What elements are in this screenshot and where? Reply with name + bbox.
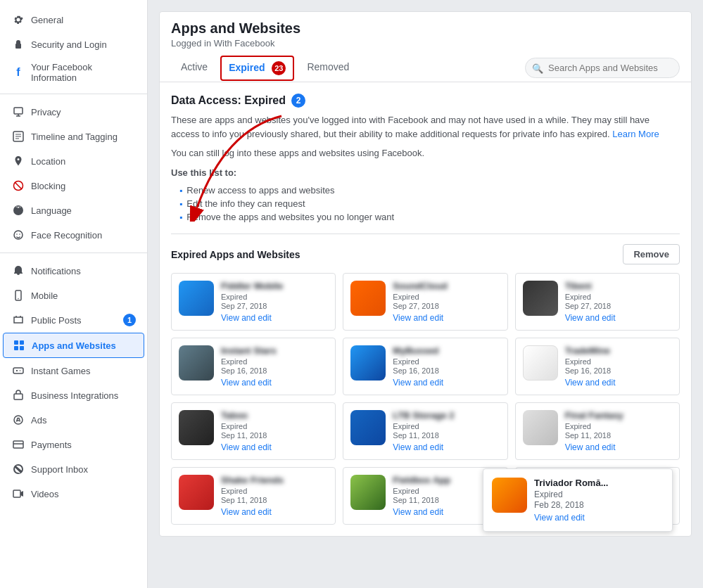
tab-expired[interactable]: Expired 23 xyxy=(220,56,294,81)
app-date-1: Sep 27, 2018 xyxy=(221,302,328,310)
search-input[interactable] xyxy=(525,58,680,78)
timeline-icon xyxy=(11,129,25,143)
sidebar-item-mobile[interactable]: Mobile xyxy=(3,283,144,307)
app-info-10: Shake Friends Expired Sep 11, 2018 View … xyxy=(221,475,328,517)
app-status-10: Expired xyxy=(221,487,328,495)
apps-icon xyxy=(12,338,26,352)
tabs-row: Active Expired 23 Removed 🔍 xyxy=(171,54,680,82)
tab-active[interactable]: Active xyxy=(171,54,217,82)
app-info-1: Fiddler Mobile Expired Sep 27, 2018 View… xyxy=(221,281,328,323)
app-action-4[interactable]: View and edit xyxy=(221,378,328,388)
app-name-1: Fiddler Mobile xyxy=(221,281,328,291)
app-icon-5 xyxy=(350,345,386,381)
sidebar-item-timeline[interactable]: Timeline and Tagging xyxy=(3,124,144,148)
popup-info: Triviador Romă... Expired Feb 28, 2018 V… xyxy=(534,478,608,523)
app-info-3: Tibeni Expired Sep 27, 2018 View and edi… xyxy=(565,281,672,323)
block-icon xyxy=(11,179,25,193)
data-access-title: Data Access: Expired 2 xyxy=(171,94,680,108)
sidebar-item-blocking[interactable]: Blocking xyxy=(3,174,144,198)
sidebar-item-timeline-label: Timeline and Tagging xyxy=(31,132,118,142)
app-name-10: Shake Friends xyxy=(221,475,328,485)
sidebar-item-general-label: General xyxy=(31,15,63,25)
sidebar-item-support[interactable]: Support Inbox xyxy=(3,457,144,481)
svg-rect-1 xyxy=(14,108,23,114)
sidebar-item-face[interactable]: Face Recognition xyxy=(3,223,144,247)
sidebar-item-games[interactable]: Instant Games xyxy=(3,359,144,383)
use-item-2: Edit the info they can request xyxy=(179,198,680,209)
app-date-5: Sep 16, 2018 xyxy=(393,366,500,375)
payments-icon xyxy=(11,437,25,452)
app-action-7[interactable]: View and edit xyxy=(221,442,328,452)
use-this-list-label: Use this list to: xyxy=(171,166,680,180)
sidebar-item-apps[interactable]: Apps and Websites xyxy=(3,333,144,358)
sidebar-item-business-label: Business Integrations xyxy=(31,390,118,401)
sidebar-item-videos[interactable]: Videos xyxy=(3,482,144,506)
popup-date: Feb 28, 2018 xyxy=(534,500,608,510)
sidebar-item-privacy[interactable]: Privacy xyxy=(3,100,144,124)
svg-rect-19 xyxy=(13,368,23,373)
app-item-9: Final Fantasy Expired Sep 11, 2018 View … xyxy=(515,402,680,460)
app-item-2: SoundCloud Expired Sep 27, 2018 View and… xyxy=(343,273,507,331)
gear-icon xyxy=(11,13,25,27)
app-action-8[interactable]: View and edit xyxy=(393,442,500,452)
app-action-1[interactable]: View and edit xyxy=(221,313,328,323)
app-icon-8 xyxy=(350,410,386,445)
popup-card: Triviador Romă... Expired Feb 28, 2018 V… xyxy=(483,468,673,532)
sidebar-item-location[interactable]: Location xyxy=(3,149,144,173)
app-info-9: Final Fantasy Expired Sep 11, 2018 View … xyxy=(565,410,672,452)
app-action-5[interactable]: View and edit xyxy=(393,378,500,388)
remove-button[interactable]: Remove xyxy=(623,244,680,264)
video-icon xyxy=(11,487,25,501)
sidebar-item-payments[interactable]: Payments xyxy=(3,433,144,456)
app-item-7: Taboo Expired Sep 11, 2018 View and edit xyxy=(171,402,336,460)
app-status-4: Expired xyxy=(221,357,328,366)
expired-apps-title: Expired Apps and Websites xyxy=(171,249,300,260)
page-title: Apps and Websites xyxy=(171,20,680,37)
sidebar-item-games-label: Instant Games xyxy=(31,366,91,376)
svg-line-9 xyxy=(15,182,22,189)
app-name-3: Tibeni xyxy=(565,281,672,291)
sidebar-item-language-label: Language xyxy=(31,205,72,216)
app-name-6: TradeMine xyxy=(565,345,672,356)
face-icon xyxy=(11,228,25,242)
tab-removed[interactable]: Removed xyxy=(297,54,359,82)
use-list: Renew access to apps and websites Edit t… xyxy=(179,185,680,222)
expired-badge: 23 xyxy=(272,61,286,75)
sidebar-item-notifications[interactable]: Notifications xyxy=(3,259,144,283)
use-item-1: Renew access to apps and websites xyxy=(179,185,680,196)
popup-action[interactable]: View and edit xyxy=(534,513,608,523)
app-action-2[interactable]: View and edit xyxy=(393,313,500,323)
content-body: Data Access: Expired 2 These are apps an… xyxy=(160,82,691,536)
app-info-6: TradeMine Expired Sep 16, 2018 View and … xyxy=(565,345,672,388)
app-date-7: Sep 11, 2018 xyxy=(221,431,328,440)
sidebar-item-support-label: Support Inbox xyxy=(31,464,88,475)
app-icon-10 xyxy=(179,475,214,510)
sidebar-item-language[interactable]: Language xyxy=(3,198,144,222)
svg-rect-23 xyxy=(14,394,23,400)
sidebar-item-general[interactable]: General xyxy=(3,8,144,32)
app-action-6[interactable]: View and edit xyxy=(565,378,672,388)
learn-more-link[interactable]: Learn More xyxy=(612,129,659,139)
app-action-9[interactable]: View and edit xyxy=(565,442,672,452)
app-action-3[interactable]: View and edit xyxy=(565,313,672,323)
app-status-7: Expired xyxy=(221,422,328,430)
sidebar-item-security[interactable]: Security and Login xyxy=(3,32,144,56)
app-icon-7 xyxy=(179,410,214,445)
sidebar-item-security-label: Security and Login xyxy=(31,39,107,50)
app-info-5: MyBussed Expired Sep 16, 2018 View and e… xyxy=(393,345,500,388)
privacy-icon xyxy=(11,105,25,119)
sidebar-item-business[interactable]: Business Integrations xyxy=(3,383,144,407)
app-item-8: LTB Storage 2 Expired Sep 11, 2018 View … xyxy=(343,402,507,460)
data-access-desc: These are apps and websites you've logge… xyxy=(171,113,680,141)
app-icon-11 xyxy=(350,475,386,510)
app-date-9: Sep 11, 2018 xyxy=(565,431,672,440)
support-icon xyxy=(11,462,25,476)
sidebar-item-mobile-label: Mobile xyxy=(31,290,58,301)
sidebar-item-public-posts[interactable]: Public Posts 1 xyxy=(3,308,144,332)
sidebar-item-ads[interactable]: Ads xyxy=(3,408,144,432)
app-date-10: Sep 11, 2018 xyxy=(221,496,328,504)
app-action-10[interactable]: View and edit xyxy=(221,507,328,517)
sidebar-item-fbinfo[interactable]: f Your Facebook Information xyxy=(3,57,144,88)
app-item-5: MyBussed Expired Sep 16, 2018 View and e… xyxy=(343,338,507,395)
bell-icon xyxy=(11,264,25,278)
